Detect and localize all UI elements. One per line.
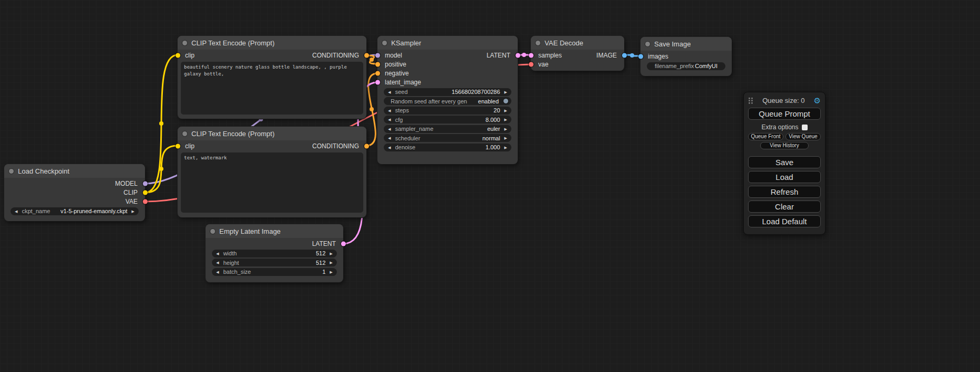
load-button[interactable]: Load [748, 171, 821, 183]
decrement-arrow-icon[interactable]: ◀ [13, 209, 19, 213]
scheduler-widget[interactable]: ◀ scheduler normal ▶ [384, 134, 511, 142]
settings-gear-icon[interactable]: ⚙ [814, 97, 821, 104]
images-input-port[interactable] [638, 54, 643, 59]
positive-input-port[interactable] [375, 62, 380, 66]
control-after-generate-widget[interactable]: Random seed after every gen enabled [384, 97, 511, 105]
queue-front-button[interactable]: Queue Front [748, 133, 783, 140]
increment-arrow-icon[interactable]: ▶ [503, 118, 509, 121]
conditioning-output-port[interactable] [364, 53, 369, 58]
node-status-dot-icon [182, 131, 187, 136]
refresh-button[interactable]: Refresh [748, 186, 821, 198]
denoise-widget[interactable]: ◀ denoise 1.000 ▶ [384, 144, 511, 151]
ckpt-name-widget[interactable]: ◀ ckpt_name v1-5-pruned-emaonly.ckpt ▶ [11, 207, 139, 215]
toggle-dot[interactable] [503, 99, 508, 103]
widget-value: v1-5-pruned-emaonly.ckpt [61, 208, 128, 214]
conditioning-output-port[interactable] [364, 144, 369, 148]
increment-arrow-icon[interactable]: ▶ [503, 127, 509, 131]
clip-input-port[interactable] [176, 144, 180, 148]
queue-panel-header: Queue size: 0 ⚙ [748, 96, 821, 105]
node-titlebar[interactable]: Save Image [641, 37, 732, 51]
decrement-arrow-icon[interactable]: ◀ [386, 118, 392, 121]
node-load-checkpoint[interactable]: Load Checkpoint MODEL CLIP VAE ◀ ckpt_na… [4, 164, 145, 221]
wire-midpoint-dot [370, 107, 374, 111]
node-vae-decode[interactable]: VAE Decode samples IMAGE vae [531, 36, 624, 71]
node-title: Empty Latent Image [219, 227, 280, 235]
node-title: CLIP Text Encode (Prompt) [191, 39, 275, 47]
extra-options-checkbox[interactable] [802, 125, 808, 130]
node-status-dot-icon [536, 41, 540, 45]
clip-input-port[interactable] [176, 53, 180, 58]
node-save-image[interactable]: Save Image images filename_prefix ComfyU… [641, 37, 732, 76]
view-queue-button[interactable]: View Queue [785, 133, 821, 140]
output-slot-latent: LATENT [206, 239, 343, 248]
decrement-arrow-icon[interactable]: ◀ [386, 136, 392, 140]
sampler-name-widget[interactable]: ◀ sampler_name euler ▶ [384, 125, 511, 133]
cfg-widget[interactable]: ◀ cfg 8.000 ▶ [384, 116, 511, 123]
queue-prompt-button[interactable]: Queue Prompt [748, 108, 821, 120]
input-slot-vae: vae [531, 60, 624, 69]
decrement-arrow-icon[interactable]: ◀ [386, 109, 392, 112]
drag-handle-icon[interactable] [748, 97, 753, 104]
graph-canvas[interactable]: Load Checkpoint MODEL CLIP VAE ◀ ckpt_na… [0, 0, 980, 372]
negative-input-port[interactable] [375, 71, 380, 75]
increment-arrow-icon[interactable]: ▶ [328, 261, 334, 264]
slot-label: images [648, 53, 668, 60]
width-widget[interactable]: ◀ width 512 ▶ [212, 250, 337, 257]
steps-widget[interactable]: ◀ steps 20 ▶ [384, 107, 511, 115]
seed-widget[interactable]: ◀ seed 156680208700286 ▶ [384, 88, 511, 96]
slot-label: latent_image [385, 79, 421, 86]
clear-button[interactable]: Clear [748, 201, 821, 213]
increment-arrow-icon[interactable]: ▶ [503, 109, 509, 112]
node-titlebar[interactable]: Empty Latent Image [206, 224, 343, 238]
node-titlebar[interactable]: CLIP Text Encode (Prompt) [178, 127, 366, 140]
input-slot-latent-image: latent_image [377, 78, 518, 87]
load-default-button[interactable]: Load Default [748, 215, 821, 227]
latent-image-input-port[interactable] [375, 80, 380, 84]
latent-output-port[interactable] [341, 241, 346, 246]
node-status-dot-icon [382, 41, 387, 45]
latent-output-port[interactable] [516, 53, 520, 58]
slot-label: IMAGE [596, 52, 617, 59]
vae-input-port[interactable] [529, 62, 533, 66]
image-output-port[interactable] [622, 53, 627, 58]
node-titlebar[interactable]: CLIP Text Encode (Prompt) [178, 36, 366, 50]
decrement-arrow-icon[interactable]: ◀ [215, 252, 220, 255]
decrement-arrow-icon[interactable]: ◀ [386, 127, 392, 131]
model-output-port[interactable] [143, 181, 148, 186]
positive-prompt-textarea[interactable]: beautiful scenery nature glass bottle la… [181, 62, 363, 115]
batch-size-widget[interactable]: ◀ batch_size 1 ▶ [212, 268, 337, 276]
decrement-arrow-icon[interactable]: ◀ [215, 261, 220, 264]
output-slot-model: MODEL [4, 179, 145, 188]
widget-label: height [223, 260, 239, 266]
increment-arrow-icon[interactable]: ▶ [503, 90, 509, 94]
decrement-arrow-icon[interactable]: ◀ [386, 146, 392, 149]
slot-label: MODEL [115, 180, 138, 187]
filename-prefix-widget[interactable]: filename_prefix ComfyUI [647, 62, 725, 70]
samples-input-port[interactable] [529, 53, 533, 58]
node-status-dot-icon [9, 169, 14, 174]
increment-arrow-icon[interactable]: ▶ [328, 270, 334, 274]
negative-prompt-textarea[interactable]: text, watermark [181, 152, 363, 213]
vae-output-port[interactable] [143, 199, 148, 204]
widget-value: 8.000 [486, 117, 500, 123]
node-clip-text-encode-negative[interactable]: CLIP Text Encode (Prompt) clip CONDITION… [178, 127, 366, 217]
increment-arrow-icon[interactable]: ▶ [130, 209, 136, 213]
model-input-port[interactable] [375, 53, 380, 58]
decrement-arrow-icon[interactable]: ◀ [386, 90, 392, 94]
node-titlebar[interactable]: Load Checkpoint [4, 164, 145, 178]
increment-arrow-icon[interactable]: ▶ [328, 252, 334, 255]
decrement-arrow-icon[interactable]: ◀ [215, 270, 220, 274]
node-clip-text-encode-positive[interactable]: CLIP Text Encode (Prompt) clip CONDITION… [178, 36, 366, 119]
increment-arrow-icon[interactable]: ▶ [503, 136, 509, 140]
increment-arrow-icon[interactable]: ▶ [503, 146, 509, 149]
height-widget[interactable]: ◀ height 512 ▶ [212, 259, 337, 266]
node-ksampler[interactable]: KSampler model LATENT positive negative … [377, 36, 518, 164]
slot-row: model LATENT [377, 51, 518, 60]
node-titlebar[interactable]: VAE Decode [531, 36, 624, 50]
widget-label: Random seed after every gen [391, 98, 467, 104]
save-button[interactable]: Save [748, 156, 821, 168]
clip-output-port[interactable] [143, 190, 148, 195]
view-history-button[interactable]: View History [760, 142, 809, 149]
node-titlebar[interactable]: KSampler [377, 36, 518, 50]
node-empty-latent-image[interactable]: Empty Latent Image LATENT ◀ width 512 ▶ … [206, 224, 343, 282]
